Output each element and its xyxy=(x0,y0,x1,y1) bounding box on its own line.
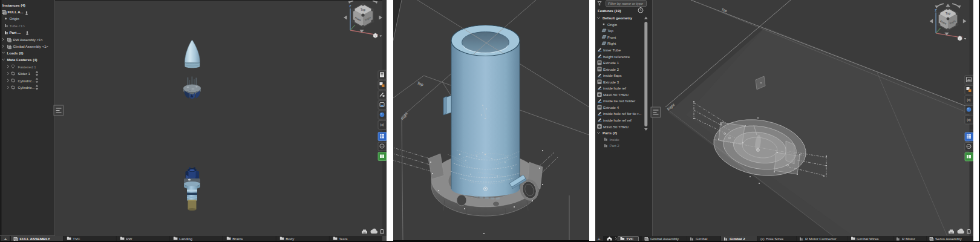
svg-text:Servo Assembly: Servo Assembly xyxy=(935,237,962,241)
svg-text:Gimbal 2: Gimbal 2 xyxy=(730,237,745,241)
svg-text:(x): (x) xyxy=(967,118,970,122)
svg-text:TVC: TVC xyxy=(73,237,80,241)
svg-text:Extrude 3: Extrude 3 xyxy=(603,80,619,84)
svg-text:{x}: {x} xyxy=(967,98,970,102)
svg-text:Parts (2): Parts (2) xyxy=(603,131,617,135)
svg-text:Inner Tube: Inner Tube xyxy=(603,48,621,52)
svg-text:Extrude 4: Extrude 4 xyxy=(603,105,619,110)
svg-text:inside hole ref ref: inside hole ref ref xyxy=(603,118,632,122)
svg-text:Part 2: Part 2 xyxy=(610,143,620,148)
svg-text:Gimbal: Gimbal xyxy=(696,237,707,241)
svg-text:Body: Body xyxy=(286,237,295,241)
svg-text:R Motor: R Motor xyxy=(902,237,915,241)
svg-text:Slider 1: Slider 1 xyxy=(18,72,31,76)
svg-text:Gimbal Wires: Gimbal Wires xyxy=(857,237,879,241)
svg-text:(x): (x) xyxy=(380,123,384,126)
svg-text:Origin: Origin xyxy=(607,22,617,27)
svg-text:Extrude 2: Extrude 2 xyxy=(603,67,619,71)
svg-text:Cylindric...: Cylindric... xyxy=(18,79,35,83)
svg-text:Features (19): Features (19) xyxy=(598,8,621,13)
svg-text:Inside: Inside xyxy=(610,137,620,142)
svg-text:Top: Top xyxy=(361,8,365,11)
svg-text:(x): (x) xyxy=(760,237,765,241)
svg-text:Gimbal Assembly <1>: Gimbal Assembly <1> xyxy=(13,45,49,48)
svg-text:inside tie rod holder: inside tie rod holder xyxy=(603,99,635,103)
svg-text:inside hole ref: inside hole ref xyxy=(603,86,626,90)
svg-text:RW: RW xyxy=(126,237,132,241)
svg-text:Landing: Landing xyxy=(179,237,192,241)
svg-text:Top: Top xyxy=(607,28,613,33)
svg-text:M4x0.50 THRU: M4x0.50 THRU xyxy=(603,93,629,97)
svg-text:RW Assembly <1>: RW Assembly <1> xyxy=(13,38,44,42)
svg-text:Tests: Tests xyxy=(339,237,347,241)
svg-text:inside hole ref for tie r...: inside hole ref for tie r... xyxy=(603,111,642,116)
svg-text:Part ...: Part ... xyxy=(10,31,21,34)
svg-text:FULL A...: FULL A... xyxy=(8,10,24,14)
svg-text:Front: Front xyxy=(607,35,616,39)
svg-text:Fastened 1: Fastened 1 xyxy=(18,65,37,69)
svg-text:Filter by name or type: Filter by name or type xyxy=(608,2,644,5)
svg-text:height reference: height reference xyxy=(603,54,630,59)
svg-text:inside flaps: inside flaps xyxy=(603,73,622,77)
svg-text:Brains: Brains xyxy=(232,237,243,241)
svg-text:Extrude 1: Extrude 1 xyxy=(603,60,619,65)
svg-text:Top: Top xyxy=(946,12,950,15)
svg-text:Instances (4): Instances (4) xyxy=(2,3,25,7)
svg-text:Cylindric...: Cylindric... xyxy=(18,86,35,90)
svg-text:Origin: Origin xyxy=(10,17,19,21)
svg-text:Gimbal Assembly: Gimbal Assembly xyxy=(650,237,679,241)
svg-text:Loads (0): Loads (0) xyxy=(7,51,24,55)
svg-text:Right: Right xyxy=(607,41,616,45)
svg-text:Tube <1>: Tube <1> xyxy=(10,24,25,28)
svg-text:M3x0.50 THRU: M3x0.50 THRU xyxy=(603,125,629,129)
svg-text:Default geometry: Default geometry xyxy=(603,16,633,20)
svg-text:Mate Features (4): Mate Features (4) xyxy=(7,57,38,62)
svg-text:R Motor Connector: R Motor Connector xyxy=(805,237,836,241)
svg-text:Hole Sizes: Hole Sizes xyxy=(766,237,783,241)
